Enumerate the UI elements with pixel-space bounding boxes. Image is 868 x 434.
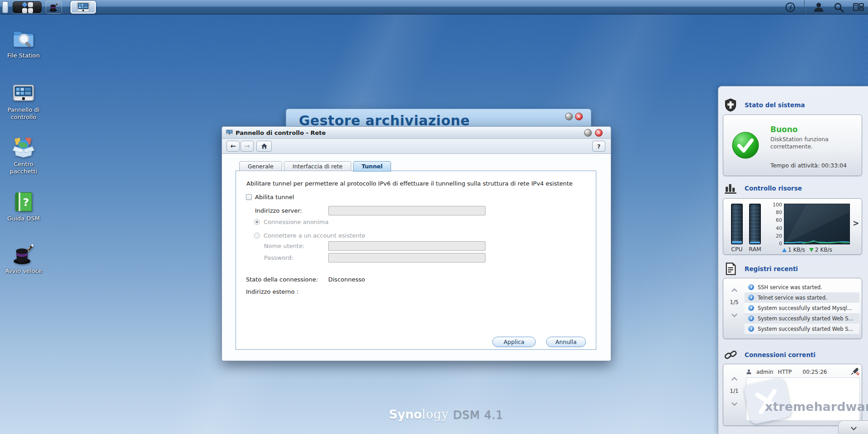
tab-interfaccia-di-rete[interactable]: Interfaccia di rete [284,161,351,171]
tab-generale[interactable]: Generale [239,161,282,171]
dialog-titlebar[interactable]: Pannello di controllo - Rete ✕ [222,127,611,139]
connection-row[interactable]: admin HTTP 00:25:26 [746,368,860,376]
widget-panel-toggle-button[interactable] [853,1,864,13]
log-document-icon [724,262,737,276]
resource-monitor-title: Controllo risorse [745,185,802,192]
log-row[interactable]: iSSH service was started. [745,282,859,292]
logs-page-indicator: 1/5 [726,299,742,305]
network-legend: 1 KB/s 2 KB/s [782,247,832,253]
current-connections-title: Connessioni correnti [745,351,816,358]
storage-manager-titlebar[interactable]: Gestore archiviazione ✕ [286,109,591,129]
taskbar-right-icons: i [784,0,864,14]
home-icon [261,143,268,149]
page-down-icon[interactable] [731,311,737,317]
widget-panel-icon [853,2,864,13]
back-icon: ← [230,142,236,150]
svg-text:i: i [789,4,792,11]
panel-collapse-button[interactable] [838,420,868,434]
password-input[interactable] [328,253,486,262]
desktop-icon-control-panel[interactable]: Pannello di controllo [0,82,47,121]
tab-tunnel[interactable]: Tunnel [353,161,392,172]
network-traffic-chart [784,204,850,244]
desktop-icon-label: Avvio veloce [0,267,47,275]
log-row[interactable]: iSystem successfully started Web S... [745,313,859,324]
page-up-icon[interactable] [731,377,737,383]
status-value: Buono [770,125,798,134]
apply-button[interactable]: Applica [492,337,536,347]
connections-pager: 1/1 [726,375,742,407]
desktop-icon-quick-start[interactable]: Avvio veloce [0,243,47,275]
resource-detail-chevron[interactable]: > [853,219,859,228]
recent-logs-title: Registri recenti [745,265,798,272]
show-desktop-button[interactable] [2,1,8,13]
radio-icon[interactable] [254,233,260,238]
cancel-button[interactable]: Annulla [546,337,586,347]
username-input[interactable] [328,241,486,251]
synology-logo: SynologyDSM 4.1 [389,407,524,421]
search-button[interactable] [833,1,844,13]
disconnect-plug-icon[interactable] [851,368,860,376]
log-row[interactable]: iSystem successfully started Web S... [745,324,859,334]
desktop-screen: i [0,0,868,434]
cpu-gauge [731,204,743,244]
system-status-header: Stato del sistema [724,98,805,112]
resource-monitor-card: CPU RAM 100 80 60 40 20 0 1 K [723,198,862,255]
magic-hat-icon [12,243,35,265]
back-button[interactable]: ← [226,141,240,152]
network-axis: 100 80 60 40 20 0 [767,201,782,248]
taskbar-control-panel-window-button[interactable] [71,1,96,14]
close-icon[interactable]: ✕ [595,129,603,137]
desktop-icon-label: Centro pacchetti [0,161,47,176]
control-panel-network-dialog: Pannello di controllo - Rete ✕ ← → ? Gen… [222,126,611,361]
cpu-label: CPU [728,246,746,253]
user-icon [746,369,752,375]
desktop-icon-dsm-help[interactable]: ? Guida DSM [0,191,47,222]
main-menu-icon [22,3,33,13]
connection-protocol: HTTP [778,369,792,375]
checkbox-icon[interactable] [246,194,252,200]
enable-tunnel-label: Abilita tunnel [255,194,294,200]
radio-icon[interactable] [254,219,260,225]
enable-tunnel-checkbox[interactable]: Abilita tunnel [246,194,294,200]
info-button[interactable]: i [784,1,796,13]
home-button[interactable] [256,141,272,152]
page-up-icon[interactable] [731,288,737,294]
forward-button[interactable]: → [241,141,254,152]
logo-bold-part: Syno [389,407,422,421]
current-connections-card: 1/1 admin HTTP 00:25:26 [723,364,862,426]
magic-hat-icon [48,2,59,12]
log-row[interactable]: iTelnet service was started. [745,292,859,303]
minimize-button[interactable] [584,129,592,137]
page-down-icon[interactable] [731,400,737,406]
server-address-label: Indirizzo server: [255,207,302,214]
desktop-icon-package-center[interactable]: Centro pacchetti [0,137,47,176]
recent-logs-card: 1/5 iSSH service was started. iTelnet se… [723,278,862,339]
desktop-icon-file-station[interactable]: File Station [0,28,47,59]
help-button[interactable]: ? [592,141,605,152]
resource-monitor-header: Controllo risorse [724,181,802,195]
connection-user: admin [756,369,774,375]
server-address-input[interactable] [328,206,486,215]
anonymous-connection-radio[interactable]: Connessione anonima [254,219,329,225]
existing-account-label: Connettere a un account esistente [264,232,365,239]
bar-chart-icon [724,181,737,195]
current-connections-header: Connessioni correnti [724,348,816,362]
connections-page-indicator: 1/1 [726,388,742,394]
log-row[interactable]: iSystem successfully started Mysql... [745,303,859,313]
package-center-icon [12,137,35,158]
svg-text:?: ? [23,196,29,209]
dsm-help-icon: ? [12,191,35,213]
control-panel-icon [12,82,35,104]
tunnel-tab-panel: Abilitare tunnel per permettere al proto… [236,171,596,350]
taskbar-quick-start-button[interactable] [46,1,62,14]
minimize-button[interactable] [565,113,573,120]
close-icon[interactable]: ✕ [575,113,583,120]
ram-gauge [749,204,761,244]
existing-account-radio[interactable]: Connettere a un account esistente [254,232,365,239]
tunnel-description: Abilitare tunnel per permettere al proto… [246,180,573,187]
user-menu-button[interactable] [813,1,825,13]
main-menu-button[interactable] [13,1,42,13]
shield-icon [724,98,737,112]
download-value: 2 KB/s [815,247,832,253]
dialog-body: Generale Interfaccia di rete Tunnel Abil… [222,154,611,361]
